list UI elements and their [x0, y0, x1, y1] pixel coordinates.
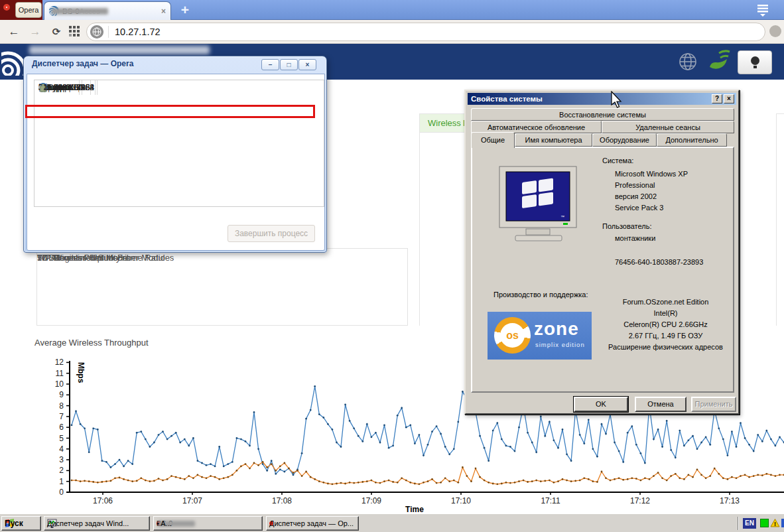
svg-text:1: 1: [59, 477, 64, 486]
svg-text:17:11: 17:11: [541, 496, 560, 505]
address-text: 10.27.1.72: [115, 27, 161, 37]
tray-partial-icon: [781, 519, 784, 527]
svg-text:8: 8: [59, 401, 64, 411]
svg-text:17:06: 17:06: [93, 496, 113, 505]
tab-system-restore[interactable]: Восстановление системы: [471, 108, 734, 121]
close-button[interactable]: ×: [298, 59, 316, 70]
back-button[interactable]: ←: [5, 23, 23, 40]
opera-task-manager-window: Диспетчер задач — Opera – □ × Задача Пам…: [23, 56, 327, 253]
system-properties-dialog: Свойства системы ? × Восстановление сист…: [464, 90, 740, 415]
windows-monitor-graphic: ™: [495, 165, 585, 248]
language-indicator[interactable]: EN: [743, 518, 756, 529]
opera-menu-button[interactable]: Opera: [15, 2, 42, 18]
screen: Opera BS-0 Acces × + ← → ⟳: [0, 0, 784, 532]
end-process-button[interactable]: Завершить процесс: [228, 225, 315, 242]
svg-text:17:12: 17:12: [630, 496, 650, 505]
table-row: Wireless: [420, 114, 461, 133]
highlight-annotation: [25, 105, 315, 118]
address-input[interactable]: 10.27.1.72: [86, 23, 765, 41]
system-label: Система:: [602, 157, 633, 165]
obscured-brand-text: [29, 46, 210, 54]
taskbar-button-browser-page[interactable]: BS-0 • A...: [153, 516, 263, 531]
bookmark-icon[interactable]: [769, 25, 781, 37]
window-client-area: Задача Память Процессор Сеть ID процесса…: [27, 74, 325, 251]
wireless-status-icon[interactable]: [707, 50, 731, 72]
close-button[interactable]: ×: [724, 94, 734, 103]
dialog-title-bar: Свойства системы: [468, 93, 736, 105]
oszone-logo: os zone simplix edition: [488, 312, 592, 360]
svg-text:17:08: 17:08: [272, 496, 292, 505]
user-value: монтажники: [615, 234, 655, 242]
site-badge-globe-icon: [90, 25, 103, 38]
svg-text:12: 12: [55, 358, 64, 367]
cancel-button[interactable]: Отмена: [635, 397, 686, 412]
svg-text:4: 4: [59, 444, 64, 454]
tab-menu-icon[interactable]: [752, 3, 773, 17]
support-label: Производство и поддержка:: [493, 291, 588, 299]
mouse-cursor: [610, 91, 623, 109]
taskbar-button-opera-task-manager[interactable]: Диспетчер задач — Op...: [266, 516, 359, 531]
svg-text:17:07: 17:07: [182, 496, 202, 505]
svg-text:!: !: [774, 521, 776, 527]
browser-tab-bar: Opera BS-0 Acces × +: [0, 0, 784, 20]
start-button[interactable]: Пуск: [1, 516, 41, 531]
svg-text:Mbps: Mbps: [76, 362, 86, 383]
svg-text:2: 2: [59, 466, 64, 475]
process-table: Задача Память Процессор Сеть ID процесса…: [34, 80, 324, 207]
svg-text:5: 5: [59, 434, 64, 443]
window-title: Диспетчер задач — Opera: [32, 59, 133, 68]
apply-button[interactable]: Применить: [691, 397, 736, 412]
svg-text:17:13: 17:13: [720, 496, 740, 505]
product-id: 76456-640-1803887-23893: [615, 258, 703, 266]
browser-tab[interactable]: BS-0 Acces ×: [44, 1, 171, 20]
taskbar: Пуск Диспетчер задач Wind... BS-0 • A...…: [0, 513, 784, 532]
help-button[interactable]: ?: [712, 94, 722, 103]
svg-text:0: 0: [59, 488, 64, 497]
minimize-button[interactable]: –: [261, 59, 279, 70]
tab-computer-name[interactable]: Имя компьютера: [515, 133, 592, 147]
speed-dial-icon[interactable]: [69, 26, 80, 36]
svg-text:Time: Time: [405, 505, 424, 513]
svg-text:17:10: 17:10: [451, 496, 471, 505]
right-status-sliver: [776, 113, 784, 326]
svg-text:3: 3: [59, 455, 64, 464]
taskbar-button-windows-task-manager[interactable]: Диспетчер задач Wind...: [44, 516, 150, 531]
opera-logo-icon: [3, 4, 10, 11]
lightbulb-icon: [751, 56, 759, 65]
address-bar: ← → ⟳ 10.27.1.72: [0, 20, 784, 44]
right-status-table: WirelessEthernet IIP AddresDate andSyste…: [419, 113, 464, 326]
hint-button[interactable]: [738, 50, 772, 74]
ok-button[interactable]: OK: [574, 397, 628, 412]
svg-text:™: ™: [560, 215, 564, 219]
new-tab-button[interactable]: +: [176, 3, 194, 19]
svg-text:9: 9: [59, 390, 64, 399]
reload-button[interactable]: ⟳: [48, 23, 65, 40]
support-info: Forum.OSzone.net Edition Intel(R) Celero…: [597, 297, 734, 353]
tray-status-icon[interactable]: [760, 519, 769, 527]
tab-hardware[interactable]: Оборудование: [592, 133, 657, 147]
tab-remote[interactable]: Удаленные сеансы: [602, 121, 734, 133]
svg-text:7: 7: [59, 412, 64, 421]
forward-button[interactable]: →: [27, 23, 44, 40]
svg-text:11: 11: [56, 369, 64, 378]
tray-warning-icon[interactable]: !: [770, 518, 780, 528]
tab-general[interactable]: Общие: [471, 132, 515, 148]
svg-text:6: 6: [59, 423, 64, 432]
tab-close-icon[interactable]: ×: [161, 7, 166, 16]
user-label: Пользователь:: [602, 222, 651, 230]
svg-text:17:09: 17:09: [361, 496, 381, 505]
globe-icon[interactable]: [678, 52, 698, 72]
maximize-button[interactable]: □: [280, 59, 298, 70]
tab-advanced[interactable]: Дополнительно: [657, 133, 727, 147]
redacted-tab-text: [51, 8, 108, 15]
ap-config-table: Access Point Mode TDD Downlink/Uplink Fr…: [36, 248, 408, 326]
tray-divider: [738, 517, 739, 530]
svg-text:10: 10: [55, 379, 64, 389]
